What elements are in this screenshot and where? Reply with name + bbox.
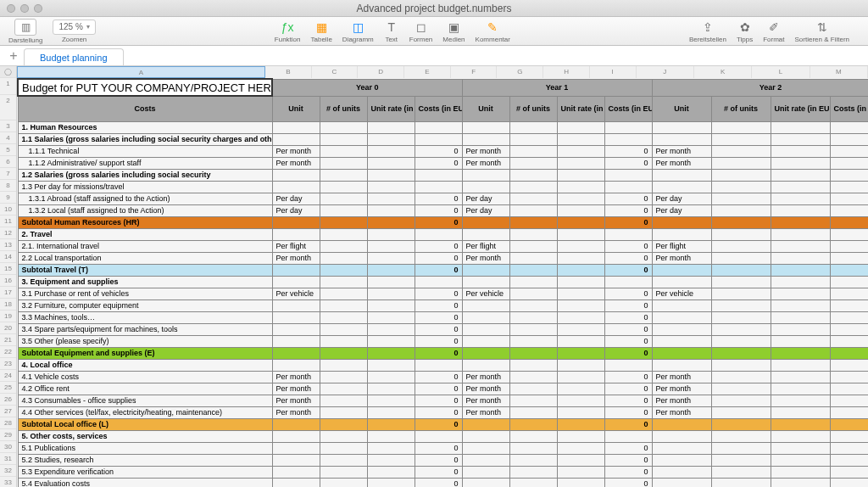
col-header-M[interactable]: M: [810, 66, 868, 78]
row-header-23[interactable]: 23: [0, 358, 16, 370]
row-header-13[interactable]: 13: [0, 239, 16, 251]
table-row[interactable]: 5.3 Expenditure verification000: [18, 466, 868, 478]
table-row[interactable]: 1.3 Per day for missions/travel: [18, 181, 868, 193]
medien-button[interactable]: ▣Medien: [442, 20, 465, 43]
row-header-22[interactable]: 22: [0, 346, 16, 358]
table-row[interactable]: 3.1 Purchase or rent of vehiclesPer vehi…: [18, 288, 868, 299]
row-header-25[interactable]: 25: [0, 382, 16, 394]
table-row[interactable]: 5.2 Studies, research000: [18, 454, 868, 466]
col-header-I[interactable]: I: [590, 66, 637, 78]
formen-button[interactable]: ◻Formen: [409, 20, 433, 43]
kommentar-button[interactable]: ✎Kommentar: [476, 20, 510, 43]
row-header-24[interactable]: 24: [0, 370, 16, 382]
table-row[interactable]: Subtotal Equipment and supplies (E)000: [18, 347, 868, 359]
row-header-10[interactable]: 10: [0, 204, 16, 216]
table-row[interactable]: 5.4 Evaluation costs000: [18, 478, 868, 487]
tabelle-icon: ▦: [314, 20, 329, 35]
format-button[interactable]: ✐Format: [763, 20, 784, 43]
sortieren-filtern-button[interactable]: ⇅Sortieren & Filtern: [795, 20, 849, 43]
col-header-K[interactable]: K: [694, 66, 752, 78]
row-header-32[interactable]: 32: [0, 465, 16, 477]
diagramm-button[interactable]: ◫Diagramm: [342, 20, 374, 43]
close-icon[interactable]: [7, 4, 15, 13]
table-row[interactable]: 5. Other costs, services: [18, 430, 868, 442]
budget-table[interactable]: Budget for PUT YOUR COMPANY/PROJECT HERE…: [17, 78, 868, 487]
row-header-5[interactable]: 5: [0, 144, 16, 156]
col-header-E[interactable]: E: [404, 66, 451, 78]
zoom-control[interactable]: 125 % Zoomen: [53, 20, 95, 43]
table-row[interactable]: 1.1 Salaries (gross salaries including s…: [18, 133, 868, 145]
row-header-15[interactable]: 15: [0, 263, 16, 275]
add-sheet-button[interactable]: +: [3, 46, 24, 65]
text-button[interactable]: TText: [384, 20, 399, 43]
tipps-button[interactable]: ✿Tipps: [737, 20, 753, 43]
row-header-31[interactable]: 31: [0, 453, 16, 465]
col-header-B[interactable]: B: [265, 66, 312, 78]
table-row[interactable]: 1.1.2 Administrative/ support staffPer m…: [18, 157, 868, 169]
row-header-6[interactable]: 6: [0, 156, 16, 168]
row-header-19[interactable]: 19: [0, 311, 16, 322]
row-header-28[interactable]: 28: [0, 417, 16, 429]
col-header-G[interactable]: G: [497, 66, 543, 78]
table-row[interactable]: 4.2 Office rentPer month0Per month0Per m…: [18, 383, 868, 395]
row-headers[interactable]: ◯ 1 2 3456789101112131415161718192021222…: [0, 66, 17, 487]
row-header-7[interactable]: 7: [0, 168, 16, 180]
table-row[interactable]: 3.2 Furniture, computer equipment000: [18, 299, 868, 311]
col-header-C[interactable]: C: [312, 66, 359, 78]
table-row[interactable]: 2.1. International travelPer flight0Per …: [18, 240, 868, 252]
row-header-9[interactable]: 9: [0, 192, 16, 204]
table-row[interactable]: 5.1 Publications000: [18, 442, 868, 454]
table-row[interactable]: 3. Equipment and supplies: [18, 276, 868, 288]
row-header-33[interactable]: 33: [0, 477, 16, 487]
table-row[interactable]: 1.3.1 Abroad (staff assigned to the Acti…: [18, 193, 868, 204]
col-header-J[interactable]: J: [637, 66, 694, 78]
table-row[interactable]: 3.5 Other (please specify)000: [18, 335, 868, 347]
col-header-L[interactable]: L: [752, 66, 810, 78]
row-header-8[interactable]: 8: [0, 180, 16, 192]
table-row[interactable]: 4.3 Consumables - office suppliesPer mon…: [18, 395, 868, 406]
zoom-value[interactable]: 125 %: [53, 20, 95, 35]
table-row[interactable]: 4. Local office: [18, 359, 868, 371]
table-row[interactable]: 3.4 Spare parts/equipment for machines, …: [18, 323, 868, 335]
table-row[interactable]: 1.1.1 TechnicalPer month0Per month0Per m…: [18, 145, 868, 157]
row-header-26[interactable]: 26: [0, 394, 16, 406]
col-header-A[interactable]: A: [17, 66, 265, 78]
bereitstellen-button[interactable]: ⇪Bereitstellen: [689, 20, 726, 43]
view-button[interactable]: ▥ Darstellung: [8, 19, 42, 44]
table-row[interactable]: Subtotal Human Resources (HR)000: [18, 216, 868, 228]
table-row[interactable]: Subtotal Local office (L)000: [18, 418, 868, 430]
table-row[interactable]: 2.2 Local transportationPer month0Per mo…: [18, 252, 868, 264]
table-row[interactable]: 4.1 Vehicle costsPer month0Per month0Per…: [18, 371, 868, 383]
column-headers[interactable]: ABCDEFGHIJKLM: [17, 66, 868, 78]
table-row[interactable]: 3.3 Machines, tools…000: [18, 311, 868, 323]
row-header-20[interactable]: 20: [0, 322, 16, 334]
row-header-16[interactable]: 16: [0, 275, 16, 287]
row-header-11[interactable]: 11: [0, 216, 16, 227]
col-header-F[interactable]: F: [451, 66, 498, 78]
maximize-icon[interactable]: [34, 4, 42, 13]
select-all-corner[interactable]: ◯: [0, 66, 16, 78]
row-header-21[interactable]: 21: [0, 334, 16, 346]
row-header-17[interactable]: 17: [0, 287, 16, 299]
table-row[interactable]: 1.2 Salaries (gross salaries including s…: [18, 169, 868, 181]
col-header-H[interactable]: H: [543, 66, 590, 78]
col-header-D[interactable]: D: [358, 66, 404, 78]
row-header-12[interactable]: 12: [0, 227, 16, 239]
row-header-29[interactable]: 29: [0, 429, 16, 441]
table-row[interactable]: 2. Travel: [18, 228, 868, 240]
tab-budget-planning[interactable]: Budget planning: [24, 48, 124, 65]
row-header-30[interactable]: 30: [0, 441, 16, 453]
row-header-4[interactable]: 4: [0, 132, 16, 144]
row-header-14[interactable]: 14: [0, 251, 16, 263]
window-controls: [7, 4, 42, 13]
minimize-icon[interactable]: [20, 4, 29, 13]
tabelle-button[interactable]: ▦Tabelle: [310, 20, 331, 43]
table-row[interactable]: 1. Human Resources: [18, 121, 868, 133]
row-header-3[interactable]: 3: [0, 120, 16, 132]
table-row[interactable]: Subtotal Travel (T)000: [18, 264, 868, 276]
row-header-27[interactable]: 27: [0, 406, 16, 417]
row-header-18[interactable]: 18: [0, 299, 16, 311]
table-row[interactable]: 1.3.2 Local (staff assigned to the Actio…: [18, 204, 868, 216]
funktion-button[interactable]: ƒxFunktion: [275, 20, 301, 43]
table-row[interactable]: 4.4 Other services (tel/fax, electricity…: [18, 406, 868, 418]
